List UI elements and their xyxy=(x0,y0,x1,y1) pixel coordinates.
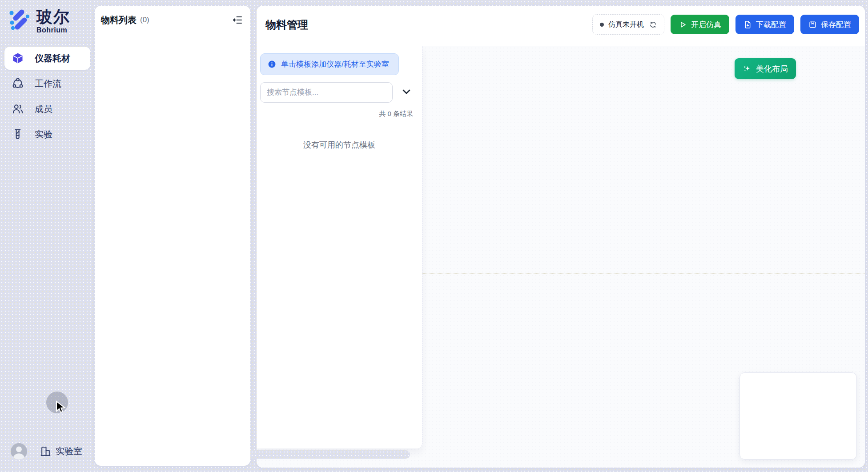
simulation-status-pill[interactable]: 仿真未开机 xyxy=(592,14,664,35)
file-download-icon xyxy=(743,20,752,29)
search-input[interactable] xyxy=(260,82,393,103)
simulation-status-label: 仿真未开机 xyxy=(608,20,644,29)
beautify-layout-button[interactable]: 美化布局 xyxy=(735,58,796,79)
cube-icon xyxy=(12,52,24,64)
download-config-button[interactable]: 下载配置 xyxy=(735,15,794,34)
material-list-panel: 物料列表 (0) xyxy=(95,6,250,466)
surface-gap-band xyxy=(250,450,410,459)
play-icon xyxy=(679,20,687,29)
sidebar-item-label: 工作流 xyxy=(35,78,61,90)
chevron-down-icon[interactable] xyxy=(401,86,412,97)
sidebar-item-label: 实验 xyxy=(35,128,52,140)
canvas-guide-horizontal xyxy=(422,273,865,274)
brand-name: 玻尔 xyxy=(36,8,70,26)
workflow-hub-icon xyxy=(12,78,24,89)
start-simulation-label: 开启仿真 xyxy=(691,20,721,30)
material-list-count: (0) xyxy=(140,16,149,24)
collapse-panel-icon[interactable] xyxy=(232,15,243,25)
brand-subtitle: Bohrium xyxy=(36,26,70,34)
sidebar-item-label: 成员 xyxy=(35,103,52,115)
lab-switcher[interactable]: 实验室 xyxy=(40,445,82,457)
hint-banner: 单击模板添加仪器/耗材至实验室 xyxy=(260,53,399,75)
sidebar-nav: 仪器耗材 工作流 成员 xyxy=(0,47,95,148)
info-icon xyxy=(268,60,276,68)
bohrium-logo-icon xyxy=(8,9,29,30)
user-avatar[interactable] xyxy=(11,443,27,460)
status-dot-icon xyxy=(600,23,604,27)
save-config-button[interactable]: 保存配置 xyxy=(800,15,859,34)
download-config-label: 下载配置 xyxy=(756,20,786,30)
sidebar-item-label: 仪器耗材 xyxy=(35,52,70,64)
start-simulation-button[interactable]: 开启仿真 xyxy=(671,15,729,34)
minimap[interactable] xyxy=(739,372,857,460)
test-tube-icon xyxy=(12,128,24,140)
sparkles-icon xyxy=(743,64,751,73)
main-header: 物料管理 仿真未开机 开启仿真 xyxy=(257,6,865,46)
app-root: 玻尔 Bohrium 仪器耗材 工作流 xyxy=(0,0,868,472)
beautify-layout-label: 美化布局 xyxy=(756,64,788,74)
sidebar-item-experiments[interactable]: 实验 xyxy=(4,123,90,146)
page-title: 物料管理 xyxy=(265,18,308,32)
material-list-header: 物料列表 (0) xyxy=(95,6,250,34)
material-list-title: 物料列表 xyxy=(101,14,137,26)
sidebar-item-members[interactable]: 成员 xyxy=(4,97,90,120)
empty-templates-text: 没有可用的节点模板 xyxy=(257,140,422,150)
canvas-guide-vertical xyxy=(633,46,633,468)
sidebar-item-instruments[interactable]: 仪器耗材 xyxy=(4,47,90,70)
header-actions: 仿真未开机 开启仿真 xyxy=(592,15,859,34)
person-icon xyxy=(11,443,27,460)
brand: 玻尔 Bohrium xyxy=(8,8,70,34)
save-config-label: 保存配置 xyxy=(821,20,851,30)
refresh-icon[interactable] xyxy=(649,21,657,28)
result-count: 共 0 条结果 xyxy=(379,110,413,118)
sidebar-footer: 实验室 xyxy=(0,442,95,460)
lab-label: 实验室 xyxy=(56,445,82,457)
save-icon xyxy=(808,20,817,29)
hint-banner-text: 单击模板添加仪器/耗材至实验室 xyxy=(281,59,389,69)
mouse-cursor xyxy=(55,400,67,415)
users-icon xyxy=(12,103,24,115)
building-icon xyxy=(40,446,51,457)
node-template-panel: 单击模板添加仪器/耗材至实验室 共 0 条结果 没有可用的节点模板 xyxy=(257,46,422,448)
sidebar-item-workflow[interactable]: 工作流 xyxy=(4,72,90,95)
